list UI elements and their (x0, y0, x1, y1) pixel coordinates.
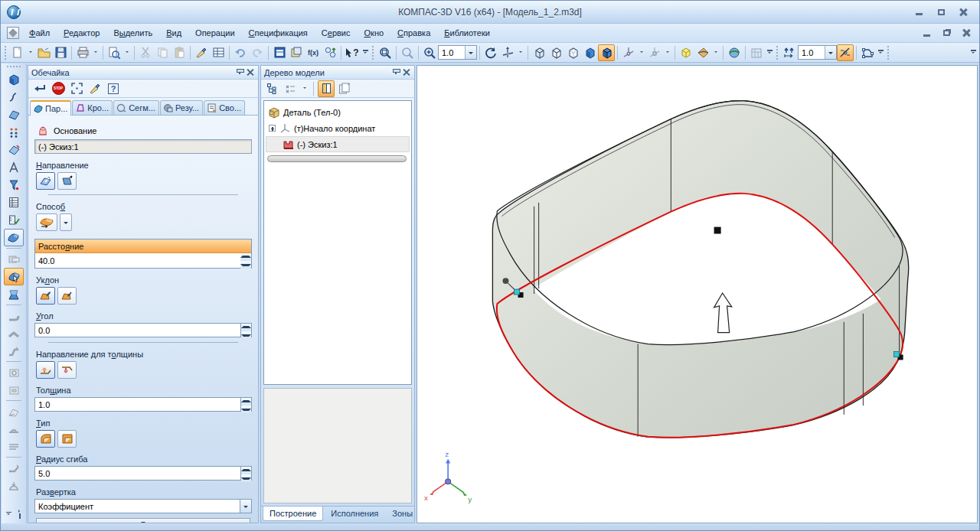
child-close-button[interactable] (956, 28, 976, 39)
section-display-button[interactable] (694, 44, 711, 61)
compact-overflow[interactable] (4, 507, 24, 522)
simplify-display-button[interactable] (678, 44, 694, 61)
menu-specification[interactable]: Спецификация (242, 25, 315, 41)
type-round-button[interactable] (36, 430, 55, 448)
panel-close-icon[interactable] (401, 67, 411, 77)
spin-up-icon[interactable] (241, 398, 251, 406)
zoom-scale-combo[interactable]: 1.0 (438, 45, 477, 60)
tab-result[interactable]: Резу... (160, 100, 203, 115)
tool-flat-pattern-button[interactable] (4, 477, 24, 494)
panel-close-icon[interactable] (245, 67, 255, 77)
tool-hole-button[interactable] (4, 363, 24, 381)
tree-item-part[interactable]: Деталь (Тел-0) (266, 104, 410, 120)
spin-up-icon[interactable] (240, 253, 251, 261)
radius-input[interactable] (34, 466, 241, 481)
tree-panel-header[interactable]: Дерево модели (261, 66, 414, 80)
panel-filters-button[interactable] (4, 176, 24, 194)
preview-button[interactable] (106, 44, 122, 61)
tree-additional-window-button[interactable] (336, 80, 353, 97)
toolbar-grip-2[interactable] (371, 45, 375, 60)
unfold-dropdown[interactable] (240, 499, 252, 513)
menu-window[interactable]: Окно (358, 25, 391, 41)
new-document-dropdown[interactable] (26, 45, 35, 60)
toolbar-grip-4[interactable] (887, 45, 890, 60)
rebuild-button[interactable] (748, 44, 765, 61)
panel-report-button[interactable] (4, 211, 24, 229)
property-scroll-strip[interactable] (36, 518, 250, 523)
close-button[interactable] (953, 6, 973, 18)
pin-icon[interactable] (390, 67, 401, 78)
tool-louver-button[interactable] (4, 438, 24, 455)
direction-reverse-button[interactable] (57, 172, 77, 190)
slope-outward-button[interactable] (36, 287, 55, 305)
tree-structure-button[interactable] (263, 80, 280, 97)
interrupt-command-button[interactable]: STOP (50, 80, 67, 97)
orientation2-button[interactable] (646, 44, 663, 61)
tab-versions[interactable]: Исполнения (325, 507, 384, 520)
tool-plate-button[interactable] (4, 381, 24, 399)
context-help-button[interactable]: ? (344, 44, 361, 61)
zoom-frame-button[interactable] (377, 44, 394, 61)
thickness-inside-button[interactable] (57, 361, 77, 379)
section-dropdown[interactable] (711, 45, 720, 60)
rotate-view-button[interactable] (726, 44, 743, 61)
tool-closed-corner-button[interactable] (4, 402, 24, 420)
spin-up-icon[interactable] (241, 467, 251, 474)
panel-surfaces-button[interactable] (4, 106, 24, 123)
panel-editing-part-button[interactable] (4, 70, 24, 88)
redo-button[interactable] (249, 44, 266, 61)
tool-sheet-body-disabled-button[interactable] (4, 250, 24, 268)
save-button[interactable] (52, 44, 69, 61)
toolbar-overflow-right[interactable] (969, 45, 978, 60)
toolbar-overflow-2[interactable] (765, 45, 774, 60)
method-button[interactable] (36, 213, 57, 231)
menu-view[interactable]: Вид (159, 25, 188, 41)
base-sketch-field[interactable]: (-) Эскиз:1 (34, 139, 252, 154)
paste-button[interactable] (171, 44, 188, 61)
unfold-combo[interactable]: Коэффициент (34, 499, 252, 513)
tab-construction[interactable]: Построение (263, 507, 323, 521)
copy-button[interactable] (154, 44, 171, 61)
format-brush-button[interactable] (193, 44, 210, 61)
angle-input[interactable] (34, 323, 241, 337)
minimize-button[interactable] (909, 6, 929, 18)
undo-button[interactable] (232, 44, 249, 61)
tool-unbend-button[interactable] (4, 459, 24, 477)
variables-window-button[interactable] (271, 44, 288, 61)
toolbar-overflow-1[interactable] (361, 45, 370, 60)
tool-stamp-button[interactable] (4, 420, 24, 438)
property-panel-header[interactable]: Обечайка (28, 66, 258, 80)
model-variables-button[interactable] (288, 44, 305, 61)
tab-parameters[interactable]: Пар... (30, 100, 71, 116)
tab-segments[interactable]: Сегм... (113, 100, 159, 115)
cursor-step-dropdown[interactable] (825, 46, 836, 59)
panel-sheet-metal-button[interactable] (4, 229, 24, 246)
model-viewport[interactable]: z x y (416, 65, 978, 523)
expander-plus-icon[interactable] (269, 125, 276, 132)
panel-arrays-button[interactable] (4, 123, 24, 141)
panel-notations-button[interactable] (4, 158, 24, 176)
menu-file[interactable]: Файл (22, 25, 57, 41)
toolbar-overflow-3[interactable] (876, 45, 885, 60)
spin-down-icon[interactable] (241, 331, 251, 339)
tool-jog-button[interactable] (4, 342, 24, 360)
tool-bend-button[interactable] (4, 307, 24, 324)
menu-operations[interactable]: Операции (188, 25, 241, 41)
child-minimize-button[interactable] (916, 28, 936, 39)
new-document-button[interactable] (9, 44, 26, 61)
tree-item-origin[interactable]: (т)Начало координат (266, 120, 410, 136)
cut-button[interactable] (137, 44, 154, 61)
thickness-input[interactable] (34, 397, 241, 412)
type-sharp-button[interactable] (57, 430, 77, 448)
compact-grip[interactable] (6, 65, 21, 69)
tree-filter-button[interactable] (282, 80, 299, 97)
wireframe-view-button[interactable] (531, 44, 547, 61)
menu-service[interactable]: Сервис (315, 25, 358, 41)
move-view-button[interactable] (499, 44, 516, 61)
slope-inward-button[interactable] (57, 287, 77, 305)
unfold-value[interactable]: Коэффициент (34, 499, 240, 513)
orientation-dropdown[interactable] (637, 45, 646, 60)
open-button[interactable] (35, 44, 52, 61)
menu-help[interactable]: Справка (390, 25, 437, 41)
tool-bend-line-button[interactable] (4, 324, 24, 342)
